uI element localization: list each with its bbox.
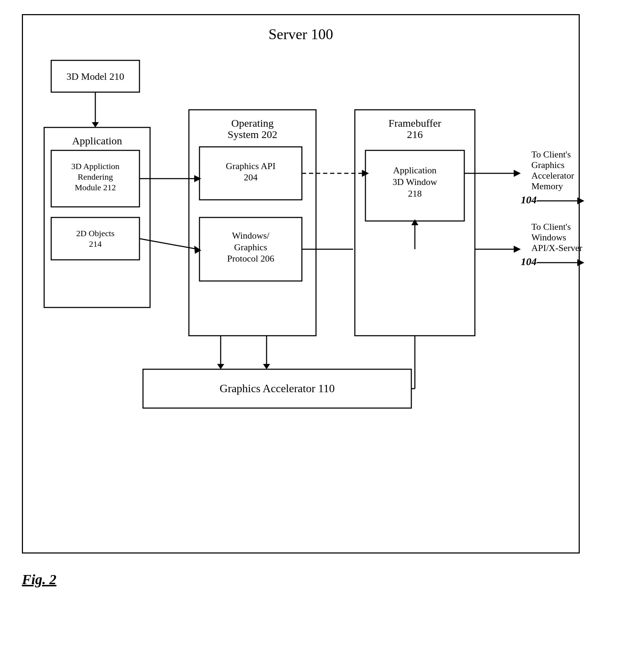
os-label-line2: System 202 xyxy=(228,128,278,140)
page-container: Server 100 3D Model 210 Application 3D A… xyxy=(22,14,622,588)
app-3d-window-label: Application xyxy=(393,165,437,175)
svg-marker-43 xyxy=(577,197,584,204)
svg-text:Module 212: Module 212 xyxy=(75,183,116,192)
rendering-module-label: 3D Appliction xyxy=(71,162,120,171)
application-label: Application xyxy=(72,135,122,146)
svg-marker-26 xyxy=(514,170,521,177)
os-label-line1: Operating xyxy=(231,117,274,129)
svg-marker-47 xyxy=(577,259,584,266)
main-diagram: 3D Model 210 Application 3D Appliction R… xyxy=(37,57,595,530)
svg-text:Memory: Memory xyxy=(531,181,563,191)
svg-rect-7 xyxy=(51,217,139,260)
server-box: Server 100 3D Model 210 Application 3D A… xyxy=(22,14,580,554)
model-3d-label: 3D Model 210 xyxy=(66,71,124,82)
objects-2d-label: 2D Objects xyxy=(76,229,115,238)
svg-text:Accelerator: Accelerator xyxy=(531,171,574,181)
graphics-api-label: Graphics API xyxy=(226,161,276,171)
ref-104-top: 104 xyxy=(521,194,537,205)
right-label-top-line1: To Client's xyxy=(531,149,571,160)
svg-marker-35 xyxy=(263,364,270,369)
ref-104-bottom: 104 xyxy=(521,256,537,267)
framebuffer-label-line2: 216 xyxy=(407,128,423,140)
svg-text:3D Window: 3D Window xyxy=(393,177,437,187)
svg-text:204: 204 xyxy=(244,172,258,183)
right-label-bottom-line1: To Client's xyxy=(531,222,571,232)
figure-label: Fig. 2 xyxy=(22,571,56,588)
svg-text:Windows: Windows xyxy=(531,232,566,243)
svg-marker-2 xyxy=(92,122,99,127)
svg-marker-33 xyxy=(217,364,224,369)
svg-text:Graphics: Graphics xyxy=(531,160,565,170)
svg-text:214: 214 xyxy=(89,239,102,249)
server-title: Server 100 xyxy=(37,26,565,43)
svg-marker-29 xyxy=(514,246,521,253)
svg-text:Graphics: Graphics xyxy=(234,242,267,252)
windows-protocol-label: Windows/ xyxy=(232,231,270,241)
svg-text:API/X-Server: API/X-Server xyxy=(531,243,583,253)
svg-text:Protocol 206: Protocol 206 xyxy=(227,253,274,264)
svg-text:218: 218 xyxy=(408,189,422,199)
svg-text:Rendering: Rendering xyxy=(78,172,113,181)
graphics-accelerator-label: Graphics Accelerator 110 xyxy=(220,382,335,395)
framebuffer-label-line1: Framebuffer xyxy=(388,117,441,129)
